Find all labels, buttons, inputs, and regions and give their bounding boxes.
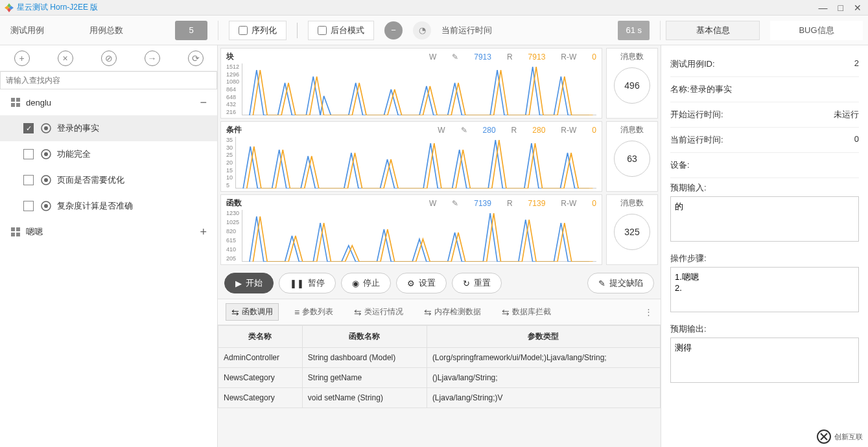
pause-button[interactable]: ❚❚暂停 [279,273,336,293]
svg-rect-15 [16,233,20,236]
tab-func-call[interactable]: ⇆函数调用 [226,303,279,321]
tab-class-run[interactable]: ⇆类运行情况 [349,304,408,320]
y-axis: 151212961080864648432216 [226,63,239,115]
total-count: 5 [175,21,207,40]
expected-output-label: 预期输出: [670,323,859,335]
refresh-icon: ↻ [463,279,470,288]
function-table: 类名称 函数名称 参数类型 AdminControllerString dash… [218,325,661,447]
chart-function: 函数 W ✎ 7139 R 7139 R-W 0 [220,194,602,265]
grid-icon [10,227,21,237]
footer-logo: 创新互联 [811,426,868,447]
play-icon: ▶ [235,279,242,288]
maximize-icon[interactable]: □ [836,3,846,13]
list-icon: ≡ [294,307,299,317]
grid-icon [10,97,21,108]
tree-group-2[interactable]: 嗯嗯 + [0,219,217,245]
minimize-icon[interactable]: — [816,3,830,13]
search-input[interactable] [0,71,217,89]
close-icon[interactable]: ✕ [851,3,864,13]
total-label: 用例总数 [89,25,123,36]
submit-defect-button[interactable]: ✎提交缺陷 [587,273,654,293]
expected-input-field[interactable] [670,196,859,242]
clock-button[interactable]: ◔ [413,21,431,40]
tab-memory[interactable]: ⇆内存检测数据 [419,304,486,320]
plot-area [242,63,596,115]
message-count-func: 消息数 325 [606,194,658,265]
toolbar: 测试用例 用例总数 5 序列化 后台模式 − ◔ 当前运行时间 61 s 基本信… [0,16,868,45]
gear-icon: ⚙ [407,279,415,288]
swap-icon: ⇆ [502,307,510,317]
table-row[interactable]: NewsCategoryString getName()Ljava/lang/S… [218,368,661,388]
tree-item-3[interactable]: 页面是否需要优化 [0,167,217,193]
info-panel: 测试用例ID:2 名称:登录的事实 开始运行时间:未运行 当前运行时间:0 设备… [661,45,868,447]
runtime-label: 当前运行时间 [441,25,607,36]
swap-icon: ⇆ [354,307,362,317]
svg-point-9 [44,178,48,182]
runtime-value: 61 s [618,21,650,40]
tab-params[interactable]: ≡参数列表 [289,304,338,320]
target-icon [40,174,52,186]
edit-icon: ✎ [598,279,605,288]
tree-item-2[interactable]: 功能完全 [0,141,217,167]
backend-checkbox[interactable]: 后台模式 [308,21,374,40]
chart-condition: 条件 W ✎ 280 R 280 R-W 0 [220,121,602,192]
stop-icon: ◉ [352,279,359,288]
target-icon [40,122,52,134]
start-button[interactable]: ▶开始 [224,273,274,293]
reset-button[interactable]: ↻重置 [452,273,502,293]
minus-button[interactable]: − [384,21,403,40]
edit-icon[interactable]: ✎ [461,126,467,135]
checkbox-icon[interactable] [23,149,34,159]
tree-group-denglu[interactable]: denglu − [0,89,217,115]
target-icon [40,148,52,160]
divider [297,23,298,38]
table-row[interactable]: AdminControllerString dashboard (Model)(… [218,348,661,368]
svg-rect-3 [16,103,20,107]
testcase-label: 测试用例 [10,25,44,36]
settings-button[interactable]: ⚙设置 [396,273,447,293]
expected-output-field[interactable] [670,338,859,383]
swap-icon: ⇆ [424,307,432,317]
svg-rect-13 [16,227,20,231]
svg-point-11 [44,204,48,208]
chart-block: 块 W ✎ 7913 R 7913 R-W 0 [220,48,602,119]
swap-icon: ⇆ [231,307,239,317]
checkbox-checked-icon[interactable]: ✓ [23,123,34,133]
sidebar: + × ⊘ → ⟳ denglu − ✓ 登录的事实 [0,45,218,447]
message-count-block: 消息数 496 [606,48,658,119]
steps-label: 操作步骤: [670,253,859,264]
tab-basic-info[interactable]: 基本信息 [666,21,760,40]
svg-rect-1 [16,98,20,102]
serialize-checkbox[interactable]: 序列化 [229,21,287,40]
checkbox-icon[interactable] [23,201,34,211]
expected-input-label: 预期输入: [670,182,859,194]
svg-rect-0 [11,98,15,102]
edit-icon[interactable]: ✎ [452,52,458,62]
tab-db[interactable]: ⇆数据库拦截 [497,304,556,320]
svg-point-5 [44,126,48,130]
steps-field[interactable] [670,267,859,312]
checkbox-icon[interactable] [23,175,34,185]
delete-icon[interactable]: × [58,51,73,66]
tree-item-1[interactable]: ✓ 登录的事实 [0,115,217,141]
disable-icon[interactable]: ⊘ [101,51,117,66]
message-count-cond: 消息数 63 [606,121,658,192]
target-icon [40,200,52,212]
edit-icon[interactable]: ✎ [452,199,458,208]
expand-icon[interactable]: + [200,225,207,239]
collapse-icon[interactable]: − [200,96,207,109]
tab-bug-info[interactable]: BUG信息 [770,21,863,40]
more-icon[interactable]: ⋮ [644,307,653,317]
svg-rect-12 [11,227,15,231]
app-logo-icon [4,3,14,13]
pause-icon: ❚❚ [290,279,304,288]
tree-item-4[interactable]: 复杂度计算是否准确 [0,193,217,219]
add-icon[interactable]: + [14,51,30,66]
table-row[interactable]: NewsCategoryvoid setName (String)(Ljava/… [218,388,661,408]
app-title: 星云测试 Horn-J2EE 版 [17,2,98,13]
titlebar: 星云测试 Horn-J2EE 版 — □ ✕ [0,0,868,16]
svg-rect-2 [11,103,15,107]
refresh-icon[interactable]: ⟳ [188,51,204,66]
stop-button[interactable]: ◉停止 [341,273,391,293]
forward-icon[interactable]: → [145,51,160,66]
